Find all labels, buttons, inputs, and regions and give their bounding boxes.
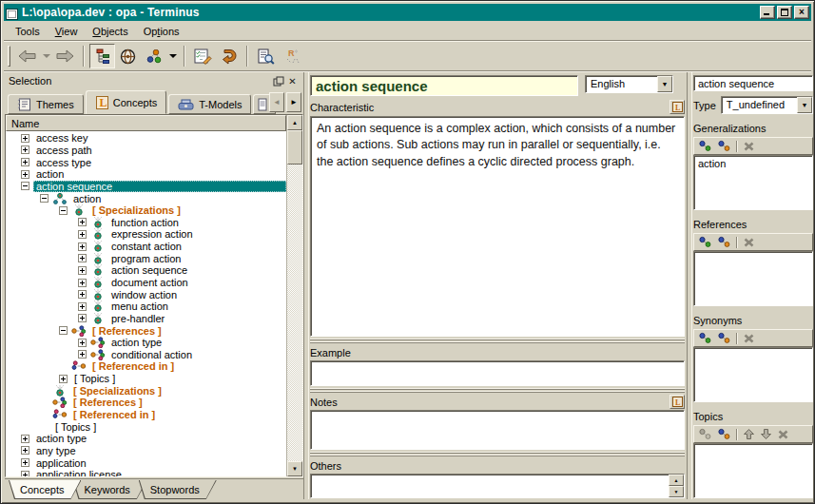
topics-move-down-button[interactable] [760, 428, 772, 440]
generalizations-add-relation-button[interactable] [698, 140, 712, 152]
tree-row[interactable]: [ References ] [6, 324, 286, 337]
expand-icon[interactable] [78, 230, 87, 239]
scrollbar-track[interactable] [287, 165, 302, 461]
synonyms-delete-button[interactable] [743, 333, 755, 344]
section-splitter[interactable] [310, 337, 685, 344]
expand-icon[interactable] [21, 471, 29, 476]
tree-row[interactable]: action sequence [6, 181, 286, 193]
menu-objects[interactable]: Objects [85, 24, 135, 39]
tree-row[interactable]: function action [6, 216, 286, 228]
tree-row[interactable]: window action [6, 288, 286, 300]
objects-dropdown-button[interactable] [166, 44, 179, 68]
right-splitter[interactable] [687, 72, 692, 499]
references-delete-button[interactable] [743, 237, 755, 248]
list-item[interactable]: action [698, 158, 808, 170]
revert-button[interactable] [216, 44, 242, 68]
expand-icon[interactable] [21, 446, 29, 455]
tab-concepts[interactable]: LConcepts [86, 90, 166, 114]
tab-themes[interactable]: Themes [8, 94, 84, 114]
expand-icon[interactable] [78, 302, 87, 311]
tree-row[interactable]: access key [6, 132, 286, 145]
tree-row[interactable]: program action [6, 252, 286, 264]
bottom-tab-concepts[interactable]: Concepts [9, 480, 81, 499]
bottom-tab-stopwords[interactable]: Stopwords [139, 480, 217, 499]
references-list[interactable] [693, 251, 813, 306]
menu-options[interactable]: Options [136, 24, 187, 39]
spin-down-button[interactable]: ▼ [669, 486, 684, 497]
float-panel-button[interactable] [271, 74, 285, 87]
concept-name-input[interactable]: action sequence [693, 75, 813, 91]
expand-icon[interactable] [21, 435, 29, 443]
tab-t-models[interactable]: T-Models [168, 94, 251, 114]
tree-row[interactable]: action type [6, 337, 286, 349]
bottom-tab-keywords[interactable]: Keywords [72, 480, 146, 499]
edit-form-button[interactable] [190, 44, 216, 68]
tree-row[interactable]: expression action [6, 228, 286, 241]
references-add-reference-button[interactable] [717, 236, 731, 248]
tree-row[interactable]: [ Referenced in ] [6, 409, 286, 421]
expand-icon[interactable] [78, 218, 87, 226]
chevron-down-icon[interactable]: ▼ [797, 97, 812, 113]
tree-row[interactable]: [ Topics ] [6, 420, 286, 433]
topics-list[interactable] [693, 443, 813, 498]
others-field[interactable] [310, 474, 685, 498]
expand-icon[interactable] [21, 134, 29, 143]
scrollbar-thumb[interactable] [287, 130, 302, 165]
synonyms-list[interactable] [693, 347, 813, 402]
tree-row[interactable]: action type [6, 433, 286, 445]
expand-icon[interactable] [78, 279, 87, 287]
characteristic-textarea[interactable]: An action sequence is a complex action, … [310, 116, 685, 337]
expand-icon[interactable] [21, 458, 29, 467]
minimize-button[interactable] [760, 6, 775, 19]
scroll-down-button[interactable]: ▼ [287, 461, 302, 476]
collapse-icon[interactable] [21, 182, 29, 190]
tree-row[interactable]: application [6, 456, 286, 469]
expand-icon[interactable] [21, 170, 29, 179]
tab-scroll-left-button[interactable]: ◄ [269, 92, 284, 112]
collapse-icon[interactable] [59, 206, 68, 215]
tree-row[interactable]: access path [6, 145, 286, 157]
collapse-icon[interactable] [40, 194, 49, 203]
name-column-header[interactable]: Name [6, 115, 286, 131]
notes-language-button[interactable]: L [669, 395, 685, 409]
tab-scroll-right-button[interactable]: ► [286, 92, 301, 112]
expand-icon[interactable] [78, 290, 87, 299]
menu-tools[interactable]: Tools [8, 24, 48, 39]
references-add-relation-button[interactable] [698, 236, 712, 248]
tree-row[interactable]: action sequence [6, 264, 286, 277]
chevron-down-icon[interactable]: ▼ [657, 76, 672, 92]
synonyms-add-reference-button[interactable] [717, 332, 731, 344]
generalizations-delete-button[interactable] [743, 141, 755, 152]
tree-row[interactable]: [ References ] [6, 397, 286, 409]
tree-row[interactable]: [ Topics ] [6, 373, 286, 385]
tree-view-button[interactable] [89, 44, 115, 68]
back-history-button[interactable] [40, 44, 52, 68]
expand-icon[interactable] [59, 375, 68, 383]
menu-view[interactable]: View [48, 24, 86, 39]
notes-textarea[interactable] [310, 410, 685, 450]
expand-icon[interactable] [78, 339, 87, 347]
spin-up-button[interactable]: ▲ [669, 475, 684, 486]
synonyms-add-relation-button[interactable] [698, 332, 712, 344]
tree-row[interactable]: conditional action [6, 349, 286, 361]
topics-add-reference-button[interactable] [717, 428, 731, 440]
tree-row[interactable]: access type [6, 156, 286, 168]
section-splitter[interactable] [310, 450, 685, 457]
expand-icon[interactable] [78, 314, 87, 322]
topics-add-relation-gray-button[interactable] [698, 428, 712, 440]
browse-button[interactable] [115, 44, 141, 68]
tree-row[interactable]: [ Referenced in ] [6, 360, 286, 373]
example-textarea[interactable] [310, 360, 685, 386]
scroll-up-button[interactable]: ▲ [287, 115, 302, 130]
tree-row[interactable]: action [6, 168, 286, 181]
expand-icon[interactable] [21, 158, 29, 166]
topics-move-up-button[interactable] [743, 428, 755, 440]
title-bar[interactable]: L:\opa\opa.dev : opa - Terminus × [4, 4, 811, 21]
tree-row[interactable]: any type [6, 445, 286, 457]
expand-icon[interactable] [78, 350, 87, 359]
expand-icon[interactable] [78, 254, 87, 262]
tree-row[interactable]: constant action [6, 241, 286, 253]
close-panel-button[interactable]: ✕ [285, 74, 300, 87]
topics-delete-button[interactable] [777, 429, 789, 440]
tree-row[interactable]: [ Specializations ] [6, 204, 286, 217]
